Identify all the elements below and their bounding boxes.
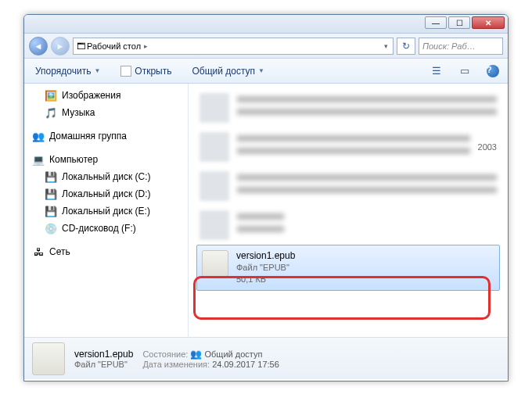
list-item[interactable]: 2003 [196,127,500,167]
close-button[interactable]: ✕ [472,16,505,29]
sidebar-item-label: Домашняя группа [49,131,127,141]
toolbar: Упорядочить ▼ Открыть Общий доступ ▼ ☰ ▭… [24,59,508,84]
file-icon [200,132,229,162]
file-year: 2003 [478,142,497,152]
open-label: Открыть [135,66,171,77]
disk-icon: 💾 [45,205,57,217]
maximize-button[interactable]: ☐ [448,16,470,29]
file-text-blurred [237,213,284,237]
refresh-button[interactable]: ↻ [397,38,415,55]
sidebar-item-drive-d[interactable]: 💾 Локальный диск (D:) [24,185,188,202]
sidebar-item-label: Изображения [62,90,120,101]
sidebar-item-pictures[interactable]: 🖼️ Изображения [24,87,188,104]
sidebar-item-homegroup[interactable]: 👥 Домашняя группа [24,127,188,145]
details-meta: Состояние: 👥 Общий доступ Дата изменения… [142,349,279,369]
back-button[interactable]: ◄ [29,37,48,56]
list-item[interactable] [196,167,500,206]
chevron-down-icon: ▼ [258,67,264,74]
preview-pane-button[interactable]: ▭ [456,63,473,79]
list-item[interactable] [196,206,500,245]
file-icon [200,93,229,123]
navigation-sidebar: 🖼️ Изображения 🎵 Музыка 👥 Домашняя групп… [24,84,189,337]
network-icon: 🖧 [32,245,45,258]
modified-value: 24.09.2017 17:56 [212,360,279,369]
navigation-bar: ◄ ► 🗔 Рабочий стол ▸ ▾ ↻ Поиск: Раб… [24,34,508,59]
share-button[interactable]: Общий доступ ▼ [187,63,269,80]
address-bar[interactable]: 🗔 Рабочий стол ▸ ▾ [73,38,394,55]
epub-file-icon [202,250,228,277]
sidebar-item-label: Компьютер [49,154,98,165]
share-label: Общий доступ [192,66,255,77]
people-icon: 👥 [190,349,202,360]
search-input[interactable]: Поиск: Раб… [419,38,503,55]
pictures-icon: 🖼️ [45,89,57,102]
sidebar-item-label: Музыка [62,107,95,118]
file-name: version1.epub [236,250,295,262]
state-label: Состояние: [142,349,188,359]
sidebar-item-label: Локальный диск (D:) [62,188,151,199]
minimize-button[interactable]: — [425,16,447,29]
music-icon: 🎵 [45,106,57,119]
view-mode-button[interactable]: ☰ [428,63,445,79]
forward-button[interactable]: ► [51,37,70,56]
homegroup-icon: 👥 [32,130,45,142]
file-icon [200,171,229,201]
sidebar-item-drive-c[interactable]: 💾 Локальный диск (C:) [24,168,188,185]
organize-button[interactable]: Упорядочить ▼ [31,63,105,80]
disk-icon: 💾 [45,170,57,183]
sidebar-item-label: Локальный диск (E:) [62,206,150,217]
sidebar-item-music[interactable]: 🎵 Музыка [24,104,188,121]
sidebar-item-network[interactable]: 🖧 Сеть [24,243,188,260]
details-file-type: Файл "EPUB" [74,360,133,369]
details-pane: version1.epub Файл "EPUB" Состояние: 👥 О… [24,337,508,379]
file-list-pane[interactable]: 2003 version1.epub Файл "EPUB" 50,1 КБ [189,84,508,337]
sidebar-item-cd-drive[interactable]: 💿 CD-дисковод (F:) [24,220,188,237]
file-info: version1.epub Файл "EPUB" 50,1 КБ [236,250,295,285]
list-item[interactable] [196,88,500,127]
cd-icon: 💿 [45,222,57,235]
breadcrumb[interactable]: Рабочий стол [85,41,142,51]
sidebar-item-computer[interactable]: 💻 Компьютер [24,151,188,168]
computer-icon: 💻 [32,153,45,166]
page-icon [120,66,131,77]
sidebar-item-label: Локальный диск (C:) [62,171,151,182]
file-text-blurred [237,96,497,120]
file-type: Файл "EPUB" [236,262,295,274]
explorer-window: — ☐ ✕ ◄ ► 🗔 Рабочий стол ▸ ▾ ↻ Поиск: Ра… [23,14,509,381]
sidebar-item-label: CD-дисковод (F:) [62,223,136,234]
content-body: 🖼️ Изображения 🎵 Музыка 👥 Домашняя групп… [24,84,508,337]
help-button[interactable]: ? [484,63,501,79]
address-dropdown-icon[interactable]: ▾ [383,42,390,50]
file-text-blurred [237,174,497,198]
state-value: Общий доступ [204,349,262,359]
sidebar-item-label: Сеть [49,246,70,257]
sidebar-item-drive-e[interactable]: 💾 Локальный диск (E:) [24,202,188,220]
file-icon [200,210,229,240]
chevron-right-icon[interactable]: ▸ [142,42,149,50]
modified-label: Дата изменения: [142,360,210,369]
help-icon: ? [487,65,499,77]
open-button[interactable]: Открыть [116,63,176,80]
details-file-name: version1.epub [74,349,133,360]
details-text: version1.epub Файл "EPUB" [74,349,133,369]
selected-file-item[interactable]: version1.epub Файл "EPUB" 50,1 КБ [196,245,500,291]
titlebar: — ☐ ✕ [24,15,508,34]
chevron-down-icon: ▼ [94,67,100,74]
epub-file-icon [32,342,65,375]
disk-icon: 💾 [45,188,57,200]
file-text-blurred [237,135,470,159]
desktop-icon: 🗔 [77,41,85,51]
organize-label: Упорядочить [35,66,91,77]
file-size: 50,1 КБ [236,274,295,285]
